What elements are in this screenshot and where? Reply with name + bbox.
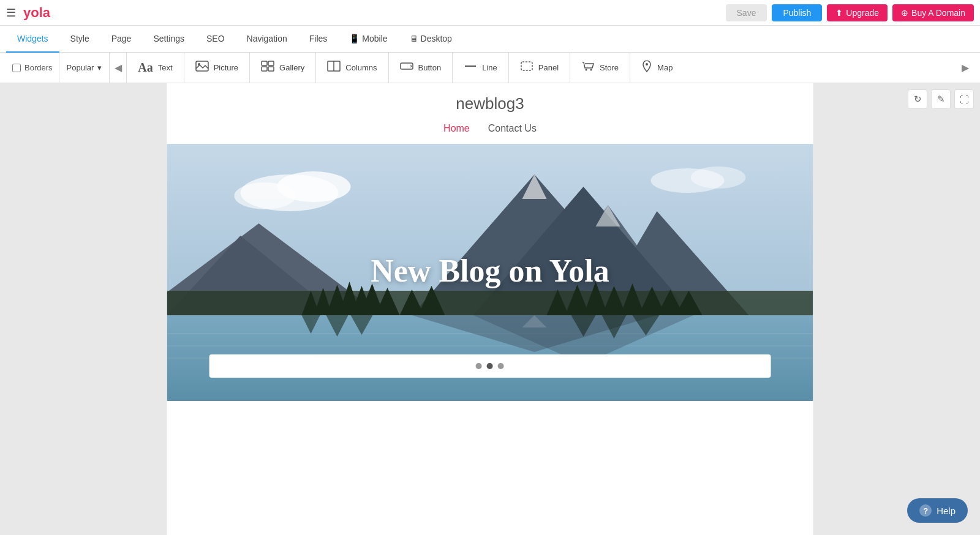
tab-desktop[interactable]: 🖥 Desktop [399, 26, 463, 53]
svg-rect-30 [167, 291, 813, 315]
hero-image: New Blog on Yola [167, 144, 813, 401]
canvas-controls: ↻ ✎ ⛶ [908, 89, 974, 109]
chevron-down-icon: ▾ [97, 63, 102, 72]
store-widget-label: Store [600, 63, 619, 72]
buy-domain-button[interactable]: ⊕ Buy A Domain [892, 4, 974, 21]
picture-widget-label: Picture [214, 63, 238, 72]
site-preview: newblog3 Home Contact Us [167, 83, 813, 535]
domain-label: Buy A Domain [911, 8, 965, 18]
svg-point-18 [235, 182, 296, 209]
widget-line[interactable]: Line [453, 53, 509, 83]
borders-checkbox[interactable] [12, 64, 21, 72]
edit-icon: ✎ [937, 94, 945, 105]
edit-button[interactable]: ✎ [931, 89, 951, 109]
tab-seo[interactable]: SEO [195, 26, 236, 53]
prev-widget-arrow[interactable]: ◀ [110, 53, 127, 83]
slider-dot-3[interactable] [498, 363, 504, 369]
gallery-widget-icon [261, 61, 274, 75]
site-header: newblog3 Home Contact Us [167, 83, 813, 144]
next-widget-arrow[interactable]: ▶ [957, 53, 974, 83]
svg-rect-11 [521, 62, 532, 70]
text-widget-icon: Aa [138, 61, 153, 75]
svg-marker-9 [409, 64, 412, 68]
gallery-widget-label: Gallery [279, 63, 304, 72]
tab-style[interactable]: Style [59, 26, 100, 53]
slider-dot-2[interactable] [487, 363, 493, 369]
upgrade-icon: ⬆ [835, 8, 843, 18]
mobile-icon: 📱 [349, 34, 360, 43]
columns-widget-icon [327, 61, 341, 75]
help-label: Help [937, 506, 956, 516]
widget-columns[interactable]: Columns [316, 53, 388, 83]
map-widget-label: Map [657, 63, 673, 72]
nav-tabs: Widgets Style Page Settings SEO Navigati… [0, 26, 980, 53]
slider-panel [209, 354, 771, 378]
widget-store[interactable]: Store [570, 53, 630, 83]
widget-picture[interactable]: Picture [184, 53, 250, 83]
domain-icon: ⊕ [901, 8, 908, 18]
upgrade-button[interactable]: ⬆ Upgrade [827, 4, 888, 21]
widget-text[interactable]: Aa Text [127, 53, 184, 83]
button-widget-label: Button [418, 63, 442, 72]
popular-label: Popular [67, 63, 94, 72]
site-title: newblog3 [167, 94, 813, 113]
map-widget-icon [641, 60, 652, 75]
widget-map[interactable]: Map [630, 53, 684, 83]
line-widget-icon [464, 61, 477, 75]
expand-button[interactable]: ⛶ [954, 89, 974, 109]
svg-rect-2 [262, 61, 267, 65]
svg-point-13 [590, 69, 592, 71]
panel-widget-icon [520, 61, 533, 75]
popular-dropdown[interactable]: Popular ▾ [59, 53, 110, 83]
help-button[interactable]: ? Help [907, 498, 968, 523]
svg-point-20 [691, 166, 746, 189]
widget-toolbar: Borders Popular ▾ ◀ Aa Text Picture Ga [0, 53, 980, 83]
topbar: ☰ yola Save Publish ⬆ Upgrade ⊕ Buy A Do… [0, 0, 980, 26]
borders-toggle[interactable]: Borders [6, 53, 59, 83]
store-widget-icon [581, 61, 595, 75]
desktop-icon: 🖥 [410, 34, 418, 43]
borders-label: Borders [24, 63, 53, 72]
tab-settings[interactable]: Settings [142, 26, 195, 53]
svg-rect-3 [268, 61, 274, 65]
refresh-button[interactable]: ↻ [908, 89, 927, 109]
expand-icon: ⛶ [960, 94, 969, 105]
save-button[interactable]: Save [726, 4, 767, 21]
button-widget-icon [400, 61, 413, 75]
svg-point-12 [586, 69, 587, 71]
slider-dot-1[interactable] [476, 363, 482, 369]
hero-headline: New Blog on Yola [371, 253, 609, 289]
svg-rect-4 [262, 67, 267, 71]
refresh-icon: ↻ [914, 94, 922, 105]
svg-point-14 [646, 63, 648, 65]
picture-widget-icon [195, 61, 209, 75]
tab-widgets[interactable]: Widgets [6, 26, 59, 53]
tab-page[interactable]: Page [100, 26, 143, 53]
columns-widget-label: Columns [345, 63, 377, 72]
widget-button[interactable]: Button [389, 53, 453, 83]
nav-link-home[interactable]: Home [443, 123, 470, 134]
widget-panel[interactable]: Panel [509, 53, 570, 83]
widget-gallery[interactable]: Gallery [250, 53, 316, 83]
upgrade-label: Upgrade [846, 8, 879, 18]
svg-rect-5 [268, 67, 274, 71]
hamburger-menu[interactable]: ☰ [6, 6, 16, 20]
publish-button[interactable]: Publish [772, 4, 822, 21]
text-widget-label: Text [158, 63, 173, 72]
tab-files[interactable]: Files [298, 26, 339, 53]
line-widget-label: Line [482, 63, 497, 72]
canvas-area: ↻ ✎ ⛶ newblog3 Home Contact Us [0, 83, 980, 535]
panel-widget-label: Panel [538, 63, 559, 72]
tab-mobile[interactable]: 📱 Mobile [338, 26, 398, 53]
nav-link-contact[interactable]: Contact Us [488, 123, 537, 134]
yola-logo: yola [23, 5, 50, 21]
tab-navigation[interactable]: Navigation [236, 26, 298, 53]
site-nav: Home Contact Us [167, 119, 813, 139]
help-circle-icon: ? [919, 504, 932, 517]
